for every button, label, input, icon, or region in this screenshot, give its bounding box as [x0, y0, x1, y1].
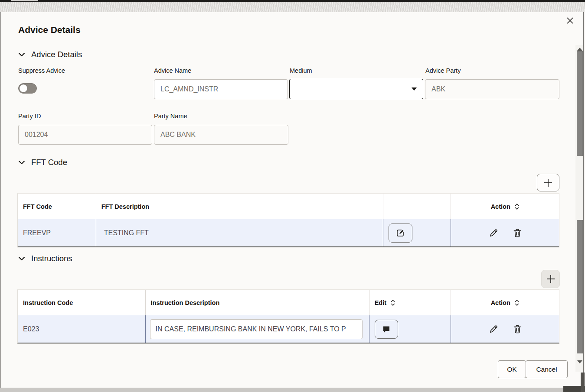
section-instructions[interactable]: Instructions — [18, 253, 72, 264]
medium-label: Medium — [290, 67, 312, 74]
modal-title: Advice Details — [18, 25, 81, 35]
section-label: Advice Details — [31, 50, 82, 59]
window-edge-artifact — [11, 0, 38, 1]
cancel-button[interactable]: Cancel — [526, 360, 568, 378]
party-id-input[interactable] — [18, 125, 152, 145]
pencil-icon — [489, 324, 498, 334]
instruction-edit-header[interactable]: Edit — [369, 290, 451, 315]
instruction-delete-row-button[interactable] — [512, 324, 523, 335]
fft-edit-row-button[interactable] — [488, 227, 499, 239]
fft-table-row[interactable]: FREEVP TESTING FFT — [18, 219, 559, 246]
sort-icon — [514, 203, 520, 210]
fft-edit-note-button[interactable] — [389, 224, 412, 243]
fft-description-header: FFT Description — [96, 194, 383, 219]
page-bottom-edge — [0, 388, 585, 392]
trash-icon — [513, 228, 522, 238]
screen: Advice Details Advice Details Suppress A… — [0, 0, 585, 392]
scrollbar-thumb-upper[interactable] — [577, 51, 583, 156]
instructions-table: Instruction Code Instruction Description… — [17, 289, 559, 343]
instruction-action-header[interactable]: Action — [451, 290, 559, 315]
medium-select[interactable] — [289, 79, 423, 99]
fft-add-button[interactable] — [537, 174, 559, 191]
fft-delete-row-button[interactable] — [512, 227, 523, 239]
page-left-edge — [0, 12, 1, 392]
fft-table-header: FFT Code FFT Description Action — [18, 194, 559, 219]
plus-icon — [543, 178, 553, 188]
instruction-description-cell — [146, 315, 369, 343]
instruction-comment-button[interactable] — [375, 320, 398, 339]
instruction-description-header: Instruction Description — [146, 290, 369, 315]
chevron-down-icon — [18, 52, 25, 57]
trash-icon — [513, 324, 522, 334]
suppress-advice-label: Suppress Advice — [18, 67, 65, 74]
close-button[interactable] — [563, 14, 577, 27]
fft-table: FFT Code FFT Description Action FREEVP T… — [17, 193, 559, 247]
fft-code-header: FFT Code — [18, 194, 96, 219]
chevron-down-icon — [412, 87, 417, 91]
close-icon — [566, 16, 574, 25]
advice-name-label: Advice Name — [154, 67, 191, 74]
suppress-advice-toggle[interactable] — [18, 83, 37, 94]
scroll-up-icon[interactable] — [577, 48, 582, 51]
advice-party-label: Advice Party — [425, 67, 461, 74]
fft-action-header[interactable]: Action — [451, 194, 559, 219]
advice-party-input[interactable] — [425, 79, 559, 99]
pencil-icon — [489, 228, 498, 238]
fft-code-cell: FREEVP — [18, 219, 96, 246]
instructions-table-header: Instruction Code Instruction Description… — [18, 290, 559, 315]
toggle-knob — [20, 84, 27, 92]
section-label: FFT Code — [31, 158, 67, 167]
instruction-edit-cell — [369, 315, 451, 343]
scrollbar-thumb-lower[interactable] — [577, 220, 583, 353]
sort-icon — [390, 299, 395, 306]
background-scrim — [0, 2, 585, 12]
instruction-action-cell — [451, 315, 559, 343]
scrollbar-track[interactable] — [575, 45, 583, 372]
instructions-table-row[interactable]: E023 — [18, 315, 559, 343]
party-name-input[interactable] — [154, 125, 288, 145]
ok-button[interactable]: OK — [498, 360, 526, 378]
fft-edit-cell — [383, 219, 451, 246]
fft-blank-header — [383, 194, 451, 219]
scroll-down-icon[interactable] — [577, 360, 582, 363]
chevron-down-icon — [18, 160, 25, 165]
section-label: Instructions — [31, 254, 72, 263]
instruction-description-input[interactable] — [150, 319, 363, 339]
instructions-add-button[interactable] — [541, 270, 560, 288]
fft-action-cell — [451, 219, 559, 246]
instruction-edit-row-button[interactable] — [488, 324, 499, 335]
comment-icon — [382, 325, 391, 334]
window-corner-artifact — [581, 373, 585, 392]
advice-name-input[interactable] — [154, 79, 288, 99]
party-name-label: Party Name — [154, 113, 187, 120]
instruction-code-cell: E023 — [18, 315, 146, 343]
section-fft-code[interactable]: FFT Code — [18, 157, 67, 168]
instruction-code-header: Instruction Code — [18, 290, 146, 315]
chevron-down-icon — [18, 256, 25, 261]
sort-icon — [514, 299, 520, 306]
plus-icon — [546, 274, 556, 284]
party-id-label: Party ID — [18, 113, 41, 120]
fft-description-cell: TESTING FFT — [96, 219, 383, 246]
edit-note-icon — [395, 228, 405, 238]
section-advice-details[interactable]: Advice Details — [18, 49, 82, 60]
